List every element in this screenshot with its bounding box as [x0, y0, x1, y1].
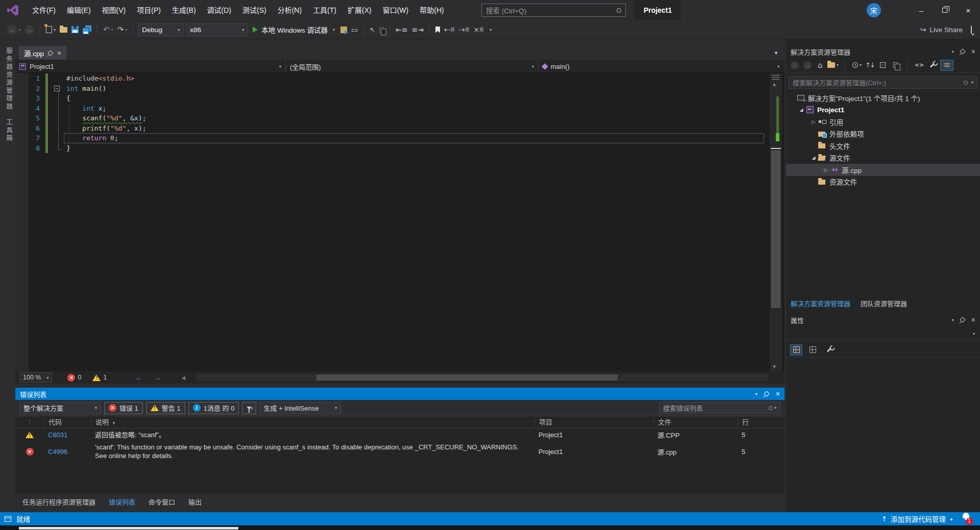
attach-to-process-button[interactable] [339, 23, 349, 36]
sync-with-active-document-button[interactable]: ↑↓ [865, 61, 874, 69]
pin-icon[interactable] [47, 50, 53, 56]
categorized-view-button[interactable] [790, 344, 802, 356]
panel-tab-1[interactable]: 团队资源管理器 [861, 298, 907, 308]
window-position-dropdown-icon[interactable]: ▾ [952, 318, 954, 322]
severity-column-header[interactable]: ! [15, 418, 44, 426]
warnings-toggle-button[interactable]: 警告 1 [146, 402, 185, 414]
project-dropdown[interactable]: Project1▾ [15, 60, 286, 73]
tree-item-5[interactable]: ◢源文件 [786, 152, 980, 164]
code-line-7[interactable]: 7 return 0; [15, 133, 785, 143]
menu-item-6[interactable]: 测试(S) [237, 0, 272, 20]
close-tab-icon[interactable]: × [57, 49, 61, 57]
hscroll-left-icon[interactable]: ◀ [181, 375, 185, 381]
collapse-all-button[interactable]: − [878, 62, 887, 68]
property-pages-button[interactable] [823, 344, 835, 356]
tree-item-3[interactable]: 外部依赖项 [786, 128, 980, 140]
tree-item-2[interactable]: ▷引用 [786, 116, 980, 128]
filter-button[interactable] [242, 402, 256, 414]
save-button[interactable] [70, 23, 80, 36]
add-to-source-control-button[interactable]: ↑ 添加到源代码管理 ▲ [881, 514, 953, 524]
code-line-3[interactable]: 3{ [15, 93, 785, 104]
minimize-button[interactable]: – [910, 0, 933, 20]
error-row-C6031[interactable]: C6031返回值被忽略: “scanf”。Project1源.CPP5 [15, 428, 785, 441]
bottom-tab-2[interactable]: 命令窗口 [149, 497, 175, 512]
panel-tab-0[interactable]: 解决方案资源管理器 [791, 298, 850, 308]
server-explorer-tab[interactable]: 服务器资源管理器 [4, 47, 14, 111]
solution-explorer-search[interactable]: 搜索解决方案资源管理器(Ctrl+;) ▾ [789, 76, 977, 89]
navigate-backward-icon[interactable]: ← [135, 373, 142, 382]
scrollbar-thumb[interactable] [771, 150, 780, 308]
close-icon[interactable]: × [971, 47, 975, 56]
save-all-button[interactable] [81, 23, 93, 36]
line-column-header[interactable]: 行 [738, 418, 769, 426]
collapsed-icon[interactable]: ▷ [822, 167, 830, 172]
clear-bookmarks-button[interactable]: × [472, 23, 486, 36]
zoom-dropdown[interactable]: 100 %▾ [19, 372, 52, 383]
undo-button[interactable]: ↶▾ [102, 23, 115, 36]
source-filter-dropdown[interactable]: 生成 + IntelliSense▾ [259, 402, 341, 414]
home-button[interactable]: ⌂ [816, 61, 825, 70]
description-column-header[interactable]: 说明▼ [91, 418, 534, 426]
toolbox-tab[interactable]: 工具箱 [4, 119, 14, 143]
menu-item-7[interactable]: 分析(N) [272, 0, 307, 20]
toolbar-options-button[interactable]: ▾ [486, 23, 493, 36]
menu-item-8[interactable]: 工具(T) [307, 0, 342, 20]
start-debugging-button[interactable]: 本地 Windows 调试器▾ [249, 23, 338, 36]
error-code-link[interactable]: C4996 [44, 448, 91, 456]
preview-selected-items-toggle[interactable] [940, 60, 953, 71]
splitter-grip-icon[interactable] [772, 75, 779, 80]
error-row-C4996[interactable]: C4996'scanf': This function or variable … [15, 441, 785, 462]
editor-vertical-scrollbar[interactable]: ▲ ▼ [770, 73, 782, 371]
close-icon[interactable]: × [776, 390, 780, 398]
properties-object-dropdown[interactable]: ▾ [786, 328, 980, 340]
menu-item-2[interactable]: 视图(V) [96, 0, 132, 20]
new-project-button[interactable]: ▾ [44, 23, 57, 36]
redo-button[interactable]: ↷▾ [116, 23, 129, 36]
live-share-button[interactable]: ↪Live Share [920, 26, 963, 34]
code-line-2[interactable]: 2−int main() [15, 84, 785, 94]
scope-dropdown[interactable]: (全局范围)▾ [286, 60, 538, 73]
back-button[interactable]: ← [790, 61, 799, 69]
menu-item-11[interactable]: 帮助(H) [414, 0, 449, 20]
user-avatar[interactable]: 宋 [867, 3, 881, 17]
bottom-tab-0[interactable]: 任务运行程序资源管理器 [22, 497, 95, 512]
scroll-up-icon[interactable]: ▲ [773, 81, 776, 87]
select-tool-button[interactable]: ↖ [368, 23, 377, 36]
close-button[interactable]: × [957, 0, 980, 20]
toggle-bookmark-button[interactable] [434, 23, 442, 36]
code-column-header[interactable]: 代码 [44, 418, 91, 426]
solution-platform-dropdown[interactable]: x86▾ [186, 23, 248, 36]
tree-item-7[interactable]: 资源文件 [786, 176, 980, 188]
code-editor[interactable]: 1#include<stdio.h>2−int main()3{4 int x;… [15, 73, 785, 371]
window-position-dropdown-icon[interactable]: ▾ [755, 392, 757, 396]
next-bookmark-button[interactable]: ⇢ [457, 23, 471, 36]
code-line-1[interactable]: 1#include<stdio.h> [15, 73, 785, 84]
quick-launch-search[interactable]: 搜索 (Ctrl+Q) [481, 4, 626, 17]
expanded-icon[interactable]: ◢ [810, 155, 818, 160]
menu-item-3[interactable]: 项目(P) [131, 0, 166, 20]
increase-indent-button[interactable]: ≡⇥ [410, 23, 425, 36]
breakpoint-placeholder-button[interactable]: ▭ [350, 23, 359, 36]
tree-item-0[interactable]: 解决方案"Project1"(1 个项目/共 1 个) [786, 92, 980, 104]
window-position-dropdown-icon[interactable]: ▾ [952, 49, 954, 54]
tree-item-4[interactable]: 头文件 [786, 140, 980, 152]
pending-changes-filter-button[interactable]: ▾ [852, 62, 862, 68]
properties-button[interactable] [891, 62, 900, 68]
collapsed-icon[interactable]: ▷ [810, 119, 818, 124]
show-all-code-button[interactable]: <> [915, 62, 924, 68]
decrease-indent-button[interactable]: ⇤≡ [394, 23, 409, 36]
navigate-forward-icon[interactable]: → [154, 373, 161, 382]
member-dropdown[interactable]: main()▾ [538, 60, 783, 73]
bottom-tab-3[interactable]: 输出 [188, 497, 202, 512]
settings-button[interactable] [927, 63, 937, 68]
menu-item-1[interactable]: 编辑(E) [61, 0, 96, 20]
switch-views-button[interactable]: ▾ [828, 62, 838, 68]
scope-filter-dropdown[interactable]: 整个解决方案▾ [19, 402, 101, 414]
menu-item-5[interactable]: 调试(D) [202, 0, 237, 20]
expanded-icon[interactable]: ◢ [797, 107, 805, 112]
properties-title-bar[interactable]: 属性 ▾ × [786, 314, 980, 326]
collapse-region-icon[interactable]: − [54, 86, 60, 91]
menu-item-10[interactable]: 窗口(W) [377, 0, 414, 20]
tree-item-6[interactable]: ▷源.cpp [786, 164, 980, 176]
pin-icon[interactable] [764, 391, 769, 396]
